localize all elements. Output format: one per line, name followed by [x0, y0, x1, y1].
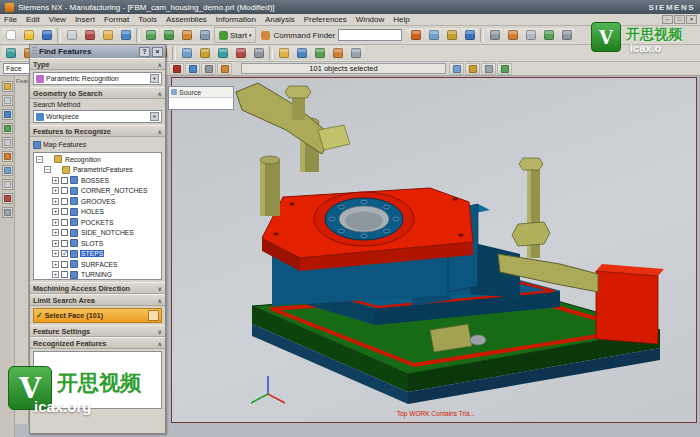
feature-checkbox[interactable]	[61, 250, 68, 257]
chevron-down-icon[interactable]: ▾	[150, 112, 159, 121]
dialog-title-bar[interactable]: Find Features ? ×	[30, 45, 165, 58]
feature-checkbox[interactable]	[61, 261, 68, 268]
separator[interactable]	[269, 46, 273, 61]
window-control-button[interactable]: –	[662, 15, 673, 24]
icon-sketch[interactable]	[407, 27, 424, 43]
feature-tree-row[interactable]: + CORNER_NOTCHES	[35, 186, 161, 197]
icon-chamfer[interactable]	[522, 27, 539, 43]
feature-checkbox[interactable]	[61, 271, 68, 278]
tree-expander-icon[interactable]: +	[52, 271, 59, 278]
tree-expander-icon[interactable]: +	[52, 250, 59, 257]
menu-item[interactable]: Information	[212, 15, 260, 24]
machining-wizards-tab[interactable]	[2, 137, 13, 148]
tree-expander-icon[interactable]: −	[44, 166, 51, 173]
feature-checkbox[interactable]	[61, 219, 68, 226]
icon-orient-view[interactable]	[329, 45, 346, 61]
icon-rendering-style[interactable]	[347, 45, 364, 61]
feature-tree-row[interactable]: + BOSSES	[35, 175, 161, 186]
select-face-button[interactable]: ✓ Select Face (101)	[33, 308, 162, 323]
command-finder-input[interactable]	[338, 29, 402, 41]
menu-item[interactable]: View	[45, 15, 70, 24]
feature-tree-row[interactable]: + TURNING	[35, 270, 161, 281]
tree-expander-icon[interactable]: +	[52, 240, 59, 247]
icon-pan[interactable]	[481, 63, 496, 75]
window-control-button[interactable]: ×	[686, 15, 697, 24]
tree-expander-icon[interactable]: +	[52, 198, 59, 205]
icon-cut[interactable]	[81, 27, 98, 43]
feature-tree-row[interactable]: − Recognition	[35, 154, 161, 165]
icon-save[interactable]	[38, 27, 55, 43]
icon-datum-plane[interactable]	[425, 27, 442, 43]
feature-tree-row[interactable]: − ParametricFeatures	[35, 165, 161, 176]
feature-checkbox[interactable]	[61, 240, 68, 247]
icon-paste[interactable]	[117, 27, 134, 43]
icon-deselect[interactable]	[217, 63, 232, 75]
feature-tree-row[interactable]: + GROOVES	[35, 196, 161, 207]
icon-fit-view[interactable]	[449, 63, 464, 75]
icon-analysis[interactable]	[250, 45, 267, 61]
icon-highlight[interactable]	[185, 63, 200, 75]
feature-tree-row[interactable]: + SIDE_NOTCHES	[35, 228, 161, 239]
tree-expander-icon[interactable]: +	[52, 208, 59, 215]
part-navigator-tab[interactable]	[2, 109, 13, 120]
menu-item[interactable]: Window	[352, 15, 388, 24]
separator[interactable]	[57, 28, 61, 43]
separator[interactable]	[172, 46, 176, 61]
feature-tree-row[interactable]: + SURFACES	[35, 259, 161, 270]
icon-find-features[interactable]	[178, 45, 195, 61]
face-select-icon[interactable]	[148, 310, 159, 321]
search-method-dropdown[interactable]: Workpiece ▾	[33, 110, 162, 123]
icon-undo[interactable]	[142, 27, 159, 43]
feature-checkbox[interactable]	[61, 229, 68, 236]
icon-create-operation[interactable]	[2, 45, 19, 61]
icon-hole[interactable]	[461, 27, 478, 43]
menu-item[interactable]: Insert	[71, 15, 99, 24]
icon-edge-blend[interactable]	[504, 27, 521, 43]
separator[interactable]	[136, 28, 140, 43]
constraint-navigator-tab[interactable]	[2, 95, 13, 106]
section-header-settings[interactable]: Feature Settings ∨	[30, 325, 165, 337]
dialog-help-button[interactable]: ?	[139, 47, 150, 57]
map-features-row[interactable]: Map Features	[33, 139, 162, 150]
section-header-limit[interactable]: Limit Search Area ∧	[30, 294, 165, 306]
tree-expander-icon[interactable]: −	[36, 156, 43, 163]
tree-expander-icon[interactable]: +	[52, 187, 59, 194]
icon-touch[interactable]	[178, 27, 195, 43]
graphics-viewport[interactable]: Top WORK Contains Tria...	[171, 77, 697, 423]
window-control-button[interactable]: □	[674, 15, 685, 24]
icon-window-display[interactable]	[196, 27, 213, 43]
menu-item[interactable]: Tools	[134, 15, 161, 24]
icon-new[interactable]	[2, 27, 19, 43]
recognition-type-dropdown[interactable]: Parametric Recognition ▾	[33, 72, 162, 85]
icon-extrude[interactable]	[443, 27, 460, 43]
section-header-geometry[interactable]: Geometry to Search ∧	[30, 87, 165, 99]
feature-tree-row[interactable]: + SLOTS	[35, 238, 161, 249]
feature-checkbox[interactable]	[61, 198, 68, 205]
menu-item[interactable]: Help	[389, 15, 413, 24]
tree-expander-icon[interactable]: +	[52, 261, 59, 268]
menu-item[interactable]: File	[0, 15, 21, 24]
tree-expander-icon[interactable]: +	[52, 177, 59, 184]
icon-magnet[interactable]	[169, 63, 184, 75]
feature-tree-row[interactable]: + HOLES	[35, 207, 161, 218]
history-tab[interactable]	[2, 179, 13, 190]
menu-item[interactable]: Preferences	[300, 15, 351, 24]
menu-item[interactable]: Format	[100, 15, 133, 24]
drag-grip-icon[interactable]	[32, 47, 37, 56]
icon-redo[interactable]	[160, 27, 177, 43]
tree-expander-icon[interactable]: +	[52, 219, 59, 226]
feature-checkbox[interactable]	[61, 187, 68, 194]
feature-checkbox[interactable]	[61, 208, 68, 215]
feature-checkbox[interactable]	[61, 177, 68, 184]
menu-item[interactable]: Analysis	[261, 15, 299, 24]
icon-pattern[interactable]	[540, 27, 557, 43]
chevron-down-icon[interactable]: ▾	[150, 74, 159, 83]
icon-general-selection[interactable]	[201, 63, 216, 75]
icon-section-view[interactable]	[293, 45, 310, 61]
icon-workpiece[interactable]	[214, 45, 231, 61]
section-header-type[interactable]: Type ∧	[30, 58, 165, 70]
separator[interactable]	[480, 28, 484, 43]
feature-tree-row[interactable]: + STEPS	[35, 249, 161, 260]
model-3d[interactable]	[172, 78, 696, 422]
reuse-library-tab[interactable]	[2, 151, 13, 162]
